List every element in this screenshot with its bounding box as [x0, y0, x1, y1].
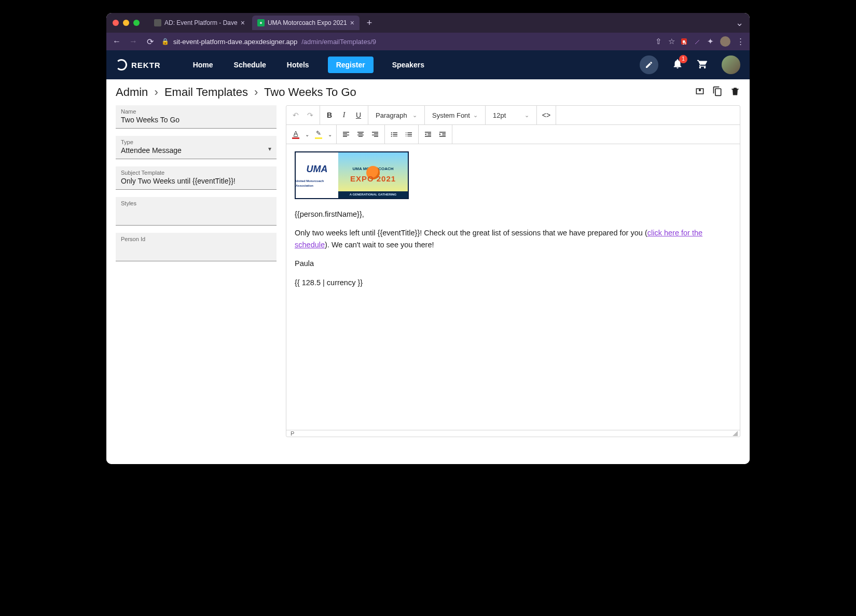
bullet-list-button[interactable]	[387, 127, 402, 142]
undo-button[interactable]: ↶	[288, 108, 303, 122]
page-content: Name Two Weeks To Go Type Attendee Messa…	[106, 105, 750, 446]
breadcrumb-email-templates[interactable]: Email Templates	[164, 86, 248, 99]
font-size-select[interactable]: 12pt⌄	[488, 111, 534, 119]
trash-icon	[730, 86, 740, 96]
notification-badge: 1	[679, 55, 687, 63]
browser-window: AD: Event Platform - Dave × ● UMA Motorc…	[106, 13, 750, 464]
redo-button[interactable]: ↷	[303, 108, 317, 122]
close-window-button[interactable]	[113, 20, 119, 26]
delete-button[interactable]	[730, 86, 740, 99]
cart-icon	[697, 58, 708, 69]
preview-button[interactable]	[695, 86, 705, 99]
type-field[interactable]: Type Attendee Message ▾	[116, 136, 277, 159]
nav-home[interactable]: Home	[191, 57, 215, 73]
outdent-button[interactable]	[421, 127, 435, 142]
address-bar[interactable]: 🔒 sit-event-platform-dave.apexdesigner.a…	[161, 38, 649, 46]
tab-title: UMA Motorcoach Expo 2021	[268, 19, 347, 26]
nav-speakers[interactable]: Speakers	[390, 57, 426, 73]
person-id-value[interactable]	[121, 243, 271, 257]
indent-button[interactable]	[435, 127, 450, 142]
browser-tab-inactive[interactable]: AD: Event Platform - Dave ×	[149, 16, 250, 30]
person-id-field[interactable]: Person Id	[116, 233, 277, 261]
copy-button[interactable]	[712, 86, 723, 99]
banner-expo-art: UMA MOTORCOACH EXPO 2021 A GENERATIONAL …	[338, 152, 408, 198]
type-label: Type	[121, 139, 271, 145]
notifications-button[interactable]: 1	[672, 58, 683, 72]
underline-button[interactable]: U	[351, 108, 366, 122]
editor-toolbar-row-1: ↶ ↷ B I U Paragraph⌄	[286, 106, 740, 125]
app-header: REKTR Home Schedule Hotels Register Spea…	[106, 50, 750, 79]
forward-button[interactable]: →	[128, 37, 139, 46]
extensions-menu-icon[interactable]: ✦	[707, 37, 714, 46]
back-button[interactable]: ←	[112, 37, 122, 46]
editor-content[interactable]: UMA United Motorcoach Association UMA MO…	[286, 144, 740, 430]
tab-close-icon[interactable]: ×	[241, 19, 245, 27]
tab-list-button[interactable]: ⌄	[736, 17, 743, 29]
logo-mark-icon	[116, 59, 127, 71]
app-viewport: REKTR Home Schedule Hotels Register Spea…	[106, 50, 750, 464]
text-color-button[interactable]: A	[288, 127, 303, 142]
align-left-button[interactable]	[339, 127, 353, 142]
nav-hotels[interactable]: Hotels	[285, 57, 311, 73]
highlight-color-button[interactable]: ✎	[311, 127, 326, 142]
bullet-list-icon	[390, 130, 398, 138]
banner-uma-text: UMA	[307, 162, 328, 177]
block-format-value: Paragraph	[376, 111, 407, 119]
share-icon[interactable]: ⇧	[655, 37, 662, 46]
highlight-color-menu[interactable]: ⌄	[326, 127, 334, 142]
tab-close-icon[interactable]: ×	[350, 19, 354, 27]
bold-button[interactable]: B	[322, 108, 337, 122]
brand-logo[interactable]: REKTR	[116, 59, 161, 71]
align-center-button[interactable]	[353, 127, 368, 142]
name-value[interactable]: Two Weeks To Go	[121, 116, 271, 124]
subject-label: Subject Template	[121, 170, 271, 176]
tab-title: AD: Event Platform - Dave	[164, 19, 238, 26]
block-format-select[interactable]: Paragraph⌄	[370, 111, 422, 119]
number-list-icon	[405, 130, 413, 138]
name-field[interactable]: Name Two Weeks To Go	[116, 105, 277, 129]
source-code-button[interactable]: <>	[539, 108, 554, 122]
italic-button[interactable]: I	[337, 108, 351, 122]
header-actions: 1	[640, 55, 740, 74]
styles-value[interactable]	[121, 207, 271, 221]
url-host: sit-event-platform-dave.apexdesigner.app	[173, 38, 297, 46]
copy-icon	[712, 86, 723, 96]
nav-register[interactable]: Register	[328, 57, 374, 73]
browser-titlebar: AD: Event Platform - Dave × ● UMA Motorc…	[106, 13, 750, 33]
tab-favicon: ●	[257, 19, 265, 26]
resize-handle[interactable]	[733, 431, 738, 436]
brand-name: REKTR	[131, 61, 161, 69]
subject-field[interactable]: Subject Template Only Two Weeks until {{…	[116, 166, 277, 190]
banner-tagline: A GENERATIONAL GATHERING	[338, 191, 408, 198]
edit-button[interactable]	[640, 55, 658, 74]
person-id-label: Person Id	[121, 236, 271, 242]
font-size-value: 12pt	[493, 111, 506, 119]
new-tab-button[interactable]: +	[362, 18, 378, 29]
email-paragraph: Only two weeks left until {{eventTitle}}…	[295, 227, 731, 250]
rich-text-editor: ↶ ↷ B I U Paragraph⌄	[286, 105, 740, 437]
page-scroll[interactable]: Admin › Email Templates › Two Weeks To G…	[106, 79, 750, 464]
align-right-button[interactable]	[368, 127, 382, 142]
breadcrumb-admin[interactable]: Admin	[116, 86, 148, 99]
subject-value[interactable]: Only Two Weeks until {{eventTitle}}!	[121, 177, 271, 185]
font-family-select[interactable]: System Font⌄	[427, 111, 483, 119]
user-avatar[interactable]	[722, 55, 740, 74]
styles-field[interactable]: Styles	[116, 197, 277, 226]
extension-icon[interactable]: ⟋	[693, 37, 701, 46]
align-right-icon	[371, 130, 379, 138]
chevron-down-icon: ⌄	[524, 112, 529, 119]
nav-schedule[interactable]: Schedule	[232, 57, 268, 73]
bookmark-icon[interactable]: ☆	[668, 37, 675, 46]
number-list-button[interactable]	[402, 127, 416, 142]
browser-extension-icons: ⇧ ☆ ■14 ⟋ ✦ ⋮	[655, 36, 744, 47]
cart-button[interactable]	[697, 58, 708, 72]
maximize-window-button[interactable]	[133, 20, 140, 26]
text-color-menu[interactable]: ⌄	[303, 127, 311, 142]
extension-badge[interactable]: ■14	[681, 38, 687, 45]
browser-menu-icon[interactable]: ⋮	[737, 37, 744, 46]
browser-tab-active[interactable]: ● UMA Motorcoach Expo 2021 ×	[252, 16, 360, 30]
profile-avatar[interactable]	[720, 36, 730, 47]
reload-button[interactable]: ⟳	[145, 37, 155, 47]
minimize-window-button[interactable]	[123, 20, 129, 26]
email-banner-image[interactable]: UMA United Motorcoach Association UMA MO…	[295, 151, 409, 199]
